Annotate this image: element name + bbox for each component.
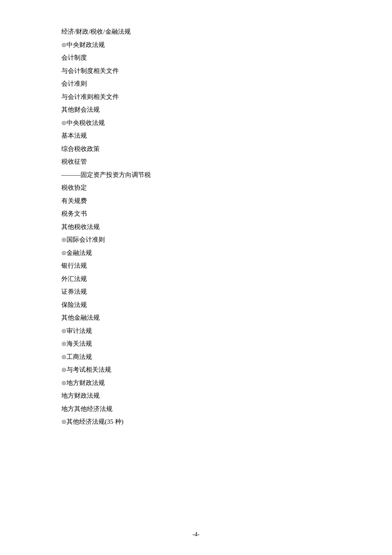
menu-item-27: ⊙与考试相关法规 <box>61 364 331 376</box>
menu-item-1: 经济/财政/税收/金融法规 <box>61 26 331 38</box>
page-number: -4- <box>193 531 199 538</box>
page-content: 经济/财政/税收/金融法规⊙中央财政法规会计制度与会计制度相关文件会计准则与会计… <box>0 0 392 463</box>
menu-item-30: 地方其他经济法规 <box>61 403 331 415</box>
menu-item-31: ⊙其他经济法规(35 种) <box>61 416 331 428</box>
menu-item-24: ⊙审计法规 <box>61 325 331 337</box>
menu-item-13: 税收协定 <box>61 182 331 194</box>
menu-item-25: ⊙海关法规 <box>61 338 331 350</box>
menu-item-14: 有关规费 <box>61 195 331 207</box>
menu-item-28: ⊙地方财政法规 <box>61 377 331 389</box>
menu-item-22: 保险法规 <box>61 299 331 311</box>
menu-item-26: ⊙工商法规 <box>61 351 331 363</box>
menu-item-20: 外汇法规 <box>61 273 331 285</box>
menu-item-7: 其他财会法规 <box>61 104 331 116</box>
menu-item-8: ⊙中央税收法规 <box>61 117 331 129</box>
menu-item-6: 与会计准则相关文件 <box>61 91 331 103</box>
menu-list: 经济/财政/税收/金融法规⊙中央财政法规会计制度与会计制度相关文件会计准则与会计… <box>61 26 331 428</box>
menu-item-23: 其他金融法规 <box>61 312 331 324</box>
menu-item-4: 与会计制度相关文件 <box>61 65 331 77</box>
menu-item-10: 综合税收政策 <box>61 143 331 155</box>
menu-item-18: ⊙金融法规 <box>61 247 331 259</box>
menu-item-3: 会计制度 <box>61 52 331 64</box>
menu-item-2: ⊙中央财政法规 <box>61 39 331 51</box>
menu-item-17: ⊙国际会计准则 <box>61 234 331 246</box>
menu-item-12: ———固定资产投资方向调节税 <box>61 169 331 181</box>
menu-item-11: 税收征管 <box>61 156 331 168</box>
menu-item-21: 证券法规 <box>61 286 331 298</box>
menu-item-15: 税务文书 <box>61 208 331 220</box>
menu-item-19: 银行法规 <box>61 260 331 272</box>
menu-item-29: 地方财政法规 <box>61 390 331 402</box>
menu-item-9: 基本法规 <box>61 130 331 142</box>
menu-item-5: 会计准则 <box>61 78 331 90</box>
menu-item-16: 其他税收法规 <box>61 221 331 233</box>
